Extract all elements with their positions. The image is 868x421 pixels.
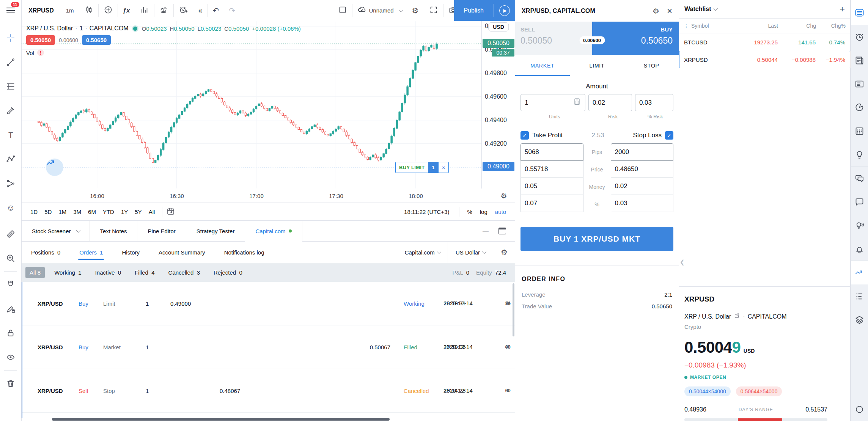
trend-line-tool-icon[interactable] [3,55,18,69]
drag-dots-icon[interactable]: ⋮ [684,23,689,29]
chart-plot[interactable]: XRP / U.S. Dollar · 1 · CAPITALCOM O0.50… [22,21,482,189]
volume-error-icon[interactable]: ! [37,49,44,56]
quick-sell-button[interactable]: 0.50050 [26,35,55,45]
news-icon[interactable] [851,49,868,72]
tab-stock-screener[interactable]: Stock Screener [22,221,90,241]
tp-money-input[interactable]: 0.05 [520,178,583,195]
tab-stop[interactable]: STOP [624,55,679,76]
public-chats-icon[interactable] [851,167,868,190]
calendar-icon[interactable] [851,119,868,143]
maximize-panel-button[interactable] [498,228,506,234]
main-menu-button[interactable]: 11 [0,0,22,21]
sl-pips-input[interactable]: 2000 [611,143,674,161]
range-1y[interactable]: 1Y [118,206,131,217]
price-axis[interactable]: 0.50200 0.50000 0.49800 0.49600 0.49400 … [482,21,515,189]
subtab-history[interactable]: History [112,242,149,263]
time-axis[interactable]: 16:00 16:30 17:00 17:30 18:00 ⚙ [22,189,515,203]
data-status-dot[interactable] [133,27,137,31]
sl-money-input[interactable]: 0.02 [611,178,674,195]
alerts-clock-icon[interactable] [851,25,868,49]
calculator-icon[interactable] [573,97,581,108]
brush-tool-icon[interactable] [3,104,18,118]
filter-all[interactable]: All 8 [25,267,45,278]
compare-button[interactable] [99,3,118,18]
tab-market[interactable]: MARKET [515,55,570,76]
publish-idea-button[interactable]: ▶ [494,0,515,21]
redo-button[interactable]: ↷ [224,3,240,18]
tab-pine-editor[interactable]: Pine Editor [137,221,186,241]
sl-percent-input[interactable]: 0.03 [611,195,674,212]
percent-risk-input[interactable]: 0.03 [635,94,673,111]
publish-button[interactable]: Publish [454,0,494,21]
range-5d[interactable]: 5D [41,206,55,217]
data-window-icon[interactable] [851,72,868,96]
watchlist-row-btcusd[interactable]: BTCUSD 19273.25 141.65 0.74% [679,33,850,51]
tab-limit[interactable]: LIMIT [570,55,624,76]
watchlist-row-xrpusd[interactable]: XRPUSD 0.50044 −0.00988 −1.94% [679,51,850,68]
take-profit-checkbox[interactable]: ✓ [520,131,529,140]
buy-limit-label[interactable]: BUY LIMIT [396,162,428,173]
dom-layers-icon[interactable] [851,308,868,331]
drawing-lock-icon[interactable] [3,302,18,316]
filter-inactive[interactable]: Inactive 0 [91,267,125,278]
clock-timezone-button[interactable]: 18:11:22 (UTC+3) [398,209,455,215]
range-3m[interactable]: 3M [70,206,85,217]
watchlist-panel-icon[interactable] [851,0,868,25]
go-to-date-button[interactable] [166,207,175,217]
subtab-positions[interactable]: Positions0 [22,242,70,263]
filter-working[interactable]: Working 1 [50,267,85,278]
range-1m[interactable]: 1M [55,206,70,217]
fibonacci-tool-icon[interactable] [3,79,18,94]
auto-scale-button[interactable]: auto [491,206,510,217]
range-1d[interactable]: 1D [27,206,41,217]
symbol-button[interactable]: XRPUSD [22,3,61,18]
currency-axis-button[interactable]: USD [488,22,509,31]
indicator-templates-button[interactable] [135,3,154,18]
bar-replay-button[interactable]: « [193,3,207,18]
risk-input[interactable]: 0.02 [588,94,632,111]
volume-label[interactable]: Vol [26,50,34,56]
filter-rejected[interactable]: Rejected 0 [209,267,247,278]
chart-style-button[interactable] [79,3,98,18]
text-tool-icon[interactable]: T [3,128,18,142]
remove-drawings-icon[interactable] [3,376,18,391]
interval-button[interactable]: 1m [61,3,79,18]
help-circle-icon[interactable] [851,397,868,421]
details-name[interactable]: XRP / U.S. Dollar [684,313,731,320]
hide-all-icon[interactable] [3,350,18,364]
indicators-button[interactable]: ƒx [118,3,135,18]
log-scale-button[interactable]: log [476,206,491,217]
submit-buy-button[interactable]: BUY 1 XRP/USD MKT [520,227,673,251]
order-details-icon[interactable] [851,284,868,308]
collapse-panel-icon[interactable]: ❮ [680,259,685,265]
subtab-notifications-log[interactable]: Notifications log [215,242,274,263]
order-row[interactable]: XRP/USD Sell Stop 1 0.48067 Cancelled 20… [22,369,515,413]
units-input[interactable]: 1 [520,94,585,111]
fullscreen-button[interactable] [424,3,443,18]
tab-text-notes[interactable]: Text Notes [90,221,138,241]
ideas-bulb-icon[interactable] [851,143,868,166]
close-panel-icon[interactable]: × [667,6,672,16]
notifications-bell-icon[interactable] [851,237,868,261]
pattern-tool-icon[interactable] [3,152,18,167]
percent-scale-button[interactable]: % [463,206,476,217]
currency-selector[interactable]: US Dollar [448,242,493,263]
buy-button[interactable]: BUY 0.50650 [592,22,679,55]
subtab-account-summary[interactable]: Account Summary [149,242,215,263]
quick-buy-button[interactable]: 0.50650 [82,35,111,45]
hotlists-icon[interactable] [851,96,868,119]
zoom-in-tool-icon[interactable] [3,251,18,265]
stop-loss-checkbox[interactable]: ✓ [665,131,673,140]
private-chat-icon[interactable] [851,190,868,214]
subtab-orders[interactable]: Orders1 [70,242,112,263]
order-arrow-marker[interactable] [46,159,63,176]
crosshair-tool-icon[interactable] [3,31,18,45]
lock-all-icon[interactable] [3,326,18,340]
layout-select-button[interactable] [333,3,352,18]
tp-percent-input[interactable]: 0.07 [520,195,583,212]
order-row[interactable]: XRP/USD Buy Market 1 0.50067 Filled 2020… [22,325,515,369]
scrollbar-thumb[interactable] [52,418,390,421]
range-5y[interactable]: 5Y [131,206,145,217]
tp-pips-input[interactable]: 5068 [520,143,583,161]
buy-limit-qty[interactable]: 1 [428,162,438,173]
